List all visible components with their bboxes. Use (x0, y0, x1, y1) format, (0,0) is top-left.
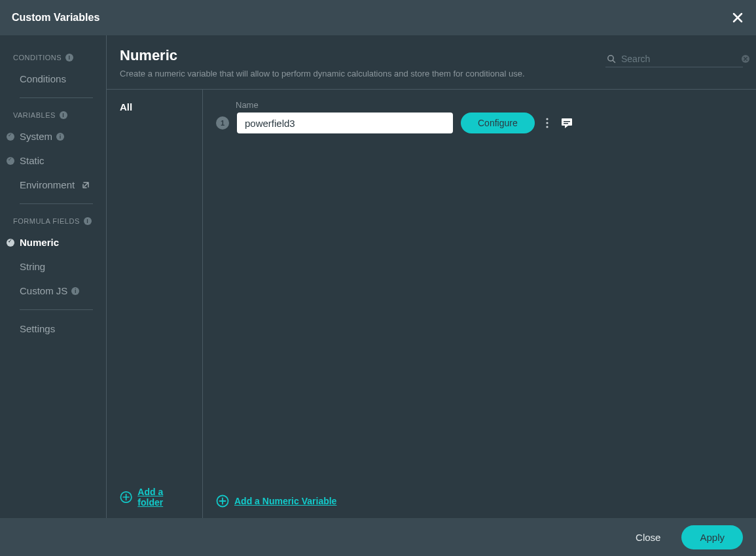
section-label: CONDITIONS (13, 54, 62, 61)
sidebar-item-label: Settings (20, 323, 55, 334)
sidebar-item-label: Static (20, 155, 45, 166)
divider (20, 97, 93, 98)
sidebar-item-static[interactable]: Static (0, 148, 106, 173)
sidebar-item-label: String (20, 261, 45, 272)
info-icon[interactable]: i (56, 133, 64, 141)
sidebar-item-label: System (20, 131, 52, 142)
page-title: Numeric (120, 47, 592, 64)
sidebar-item-customjs[interactable]: Custom JS i (0, 279, 106, 303)
svg-rect-7 (564, 121, 570, 122)
main-header-text: Numeric Create a numeric variable that w… (120, 47, 592, 80)
section-header-formula: FORMULA FIELDS i (0, 211, 106, 230)
page-description: Create a numeric variable that will allo… (120, 68, 592, 80)
apply-button[interactable]: Apply (681, 525, 743, 549)
search-field[interactable] (605, 51, 743, 67)
svg-point-4 (546, 122, 548, 124)
folder-all[interactable]: All (120, 101, 189, 113)
svg-point-3 (546, 118, 548, 120)
items-column: Name 1 Configure Add (203, 90, 756, 518)
plus-circle-icon (120, 491, 132, 504)
dialog-footer: Close Apply (0, 518, 756, 556)
folder-list: All (107, 90, 202, 478)
add-variable-button[interactable]: Add a Numeric Variable (203, 485, 756, 518)
main-panel: Numeric Create a numeric variable that w… (107, 35, 756, 518)
variable-name-input[interactable] (237, 113, 453, 133)
section-header-conditions: CONDITIONS i (0, 47, 106, 67)
search-icon (607, 54, 616, 63)
section-header-variables: VARIABLES i (0, 105, 106, 124)
sidebar-item-label: Numeric (20, 237, 59, 248)
divider (20, 309, 93, 310)
divider (20, 203, 93, 204)
variable-row: 1 Configure (216, 113, 743, 133)
close-button[interactable]: Close (626, 527, 670, 548)
sidebar-item-label: Conditions (20, 73, 66, 84)
close-icon[interactable] (731, 11, 744, 24)
sidebar-item-environment[interactable]: Environment (0, 173, 106, 197)
search-input[interactable] (621, 54, 736, 64)
external-link-icon (81, 181, 90, 190)
sidebar-item-label: Custom JS (20, 285, 67, 296)
sidebar-item-system[interactable]: System i (0, 124, 106, 148)
configure-button[interactable]: Configure (461, 113, 535, 133)
info-icon[interactable]: i (60, 111, 67, 119)
main-body: All Add a folder Name 1 Configure (107, 90, 756, 518)
dialog-title: Custom Variables (12, 12, 99, 24)
info-icon[interactable]: i (71, 287, 79, 295)
name-column-label: Name (236, 100, 743, 110)
row-number-badge: 1 (216, 116, 229, 130)
sidebar: CONDITIONS i Conditions VARIABLES i Syst… (0, 35, 107, 518)
svg-point-5 (546, 126, 548, 128)
sidebar-item-label: Environment (20, 179, 75, 190)
info-icon[interactable]: i (65, 54, 73, 61)
folder-column: All Add a folder (107, 90, 203, 518)
add-folder-button[interactable]: Add a folder (107, 478, 202, 518)
titlebar: Custom Variables (0, 0, 756, 35)
section-label: FORMULA FIELDS (13, 217, 80, 225)
section-label: VARIABLES (13, 111, 56, 119)
main-header: Numeric Create a numeric variable that w… (107, 35, 756, 90)
sidebar-item-settings[interactable]: Settings (0, 317, 106, 341)
items-list: Name 1 Configure (203, 90, 756, 485)
add-variable-label: Add a Numeric Variable (234, 496, 336, 506)
sidebar-item-conditions[interactable]: Conditions (0, 67, 106, 91)
sidebar-item-numeric[interactable]: Numeric (0, 230, 106, 254)
comment-icon[interactable] (560, 116, 574, 130)
info-icon[interactable]: i (84, 217, 92, 225)
svg-rect-8 (564, 123, 568, 124)
sidebar-item-string[interactable]: String (0, 254, 106, 279)
clear-search-icon[interactable] (741, 54, 750, 63)
content: CONDITIONS i Conditions VARIABLES i Syst… (0, 35, 756, 518)
plus-circle-icon (216, 495, 229, 508)
kebab-menu-icon[interactable] (543, 116, 552, 130)
add-folder-label: Add a folder (137, 487, 189, 508)
